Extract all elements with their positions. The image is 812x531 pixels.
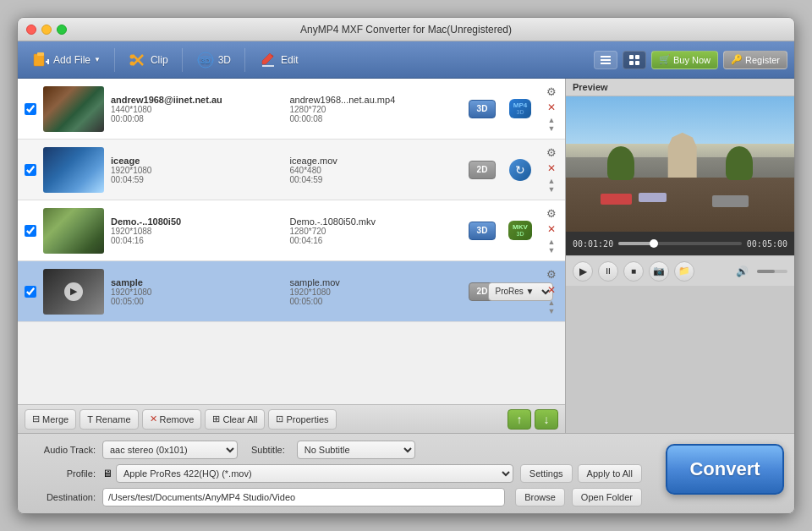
audio-track-select[interactable]: aac stereo (0x101)	[102, 441, 238, 459]
audio-track-row: Audio Track: aac stereo (0x101) Subtitle…	[28, 441, 642, 459]
preview-timeline: 00:01:20 00:05:00	[566, 232, 794, 255]
edit-button[interactable]: Edit	[252, 47, 305, 73]
add-file-label: Add File	[53, 54, 91, 66]
screenshot-button[interactable]: 📷	[649, 261, 669, 282]
settings-button[interactable]: Settings	[520, 464, 573, 483]
remove-x-icon: ✕	[150, 413, 157, 424]
car-middle	[639, 193, 666, 202]
settings-gear-icon-2[interactable]: ⚙	[545, 146, 558, 160]
file-dims-4: 1920*1080	[111, 287, 283, 297]
folder-button[interactable]: 📁	[674, 261, 694, 282]
move-up-icon-4[interactable]: ▲	[546, 298, 557, 307]
refresh-badge-2[interactable]: ↻	[508, 157, 533, 183]
move-down-icon-1[interactable]: ▼	[546, 124, 557, 133]
move-up-icon-1[interactable]: ▲	[546, 116, 557, 124]
file-name-1: andrew1968@iinet.net.au	[111, 95, 283, 105]
threed-icon: 3D	[196, 51, 215, 69]
move-down-icon-2[interactable]: ▼	[546, 185, 557, 194]
merge-button[interactable]: ⊟ Merge	[25, 409, 76, 430]
volume-slider[interactable]	[757, 270, 788, 273]
reorder-arrows-3: ▲ ▼	[546, 238, 557, 255]
close-button[interactable]	[26, 25, 36, 35]
output-time-3: 00:04:16	[290, 236, 463, 245]
file-time-1: 00:00:08	[111, 114, 283, 123]
remove-icon-1[interactable]: ✕	[545, 101, 558, 114]
threed-button[interactable]: 3D 3D	[189, 47, 238, 73]
minimize-button[interactable]	[41, 25, 52, 35]
clip-button[interactable]: Clip	[122, 47, 175, 73]
output-time-4: 00:05:00	[290, 297, 463, 306]
properties-button[interactable]: ⊡ Properties	[268, 409, 336, 430]
file-checkbox-4[interactable]	[25, 286, 36, 298]
remove-button[interactable]: ✕ Remove	[142, 409, 202, 430]
svg-rect-13	[629, 55, 634, 59]
buy-now-button[interactable]: 🛒 Buy Now	[651, 51, 718, 69]
output-time-2: 00:04:59	[290, 175, 463, 184]
clip-icon	[129, 51, 147, 69]
profile-buttons: Settings Apply to All	[520, 464, 642, 483]
pause-button[interactable]: ⏸	[598, 261, 618, 282]
preview-time-current: 00:01:20	[573, 239, 613, 249]
move-down-icon-3[interactable]: ▼	[546, 246, 557, 255]
browse-button[interactable]: Browse	[515, 488, 565, 506]
file-checkbox-2[interactable]	[25, 164, 36, 176]
maximize-button[interactable]	[57, 25, 67, 35]
clear-all-button[interactable]: ⊞ Clear All	[205, 409, 265, 430]
rename-button[interactable]: T Rename	[80, 409, 138, 430]
add-file-dropdown-icon[interactable]: ▼	[94, 56, 101, 63]
file-time-3: 00:04:16	[111, 236, 283, 245]
remove-icon-3[interactable]: ✕	[545, 222, 558, 236]
badge-3d-3[interactable]: 3D	[469, 222, 496, 240]
svg-point-4	[129, 61, 134, 65]
file-checkbox-1[interactable]	[25, 103, 36, 115]
move-down-button[interactable]: ↓	[535, 409, 558, 430]
file-checkbox-3[interactable]	[25, 225, 36, 237]
apply-to-all-button[interactable]: Apply to All	[578, 464, 642, 483]
preview-scene	[566, 96, 794, 232]
open-folder-button[interactable]: Open Folder	[572, 488, 642, 506]
destination-input[interactable]: /Users/test/Documents/AnyMP4 Studio/Vide…	[102, 488, 505, 506]
convert-button[interactable]: Convert	[666, 444, 784, 495]
preview-background	[566, 96, 794, 232]
play-button[interactable]: ▶	[573, 261, 593, 282]
register-label: Register	[745, 55, 780, 65]
output-name-4: sample.mov	[290, 277, 463, 287]
preview-time-total: 00:05:00	[747, 239, 787, 249]
timeline-bar[interactable]	[618, 242, 742, 245]
move-up-button[interactable]: ↑	[508, 409, 531, 430]
reorder-arrows-4: ▲ ▼	[546, 298, 557, 315]
table-row: ▶ sample 1920*1080 00:05:00 sample.mov 1…	[18, 261, 565, 322]
reorder-arrows-1: ▲ ▼	[546, 116, 557, 133]
profile-select[interactable]: Apple ProRes 422(HQ) (*.mov)	[116, 464, 513, 483]
remove-icon-4[interactable]: ✕	[545, 283, 558, 297]
settings-gear-icon-3[interactable]: ⚙	[545, 207, 558, 221]
bottom-panel: Audio Track: aac stereo (0x101) Subtitle…	[18, 433, 794, 513]
stop-button[interactable]: ■	[623, 261, 644, 282]
badge-2d-2[interactable]: 2D	[469, 161, 496, 179]
settings-gear-icon-4[interactable]: ⚙	[545, 268, 558, 282]
badge-3d-1[interactable]: 3D	[469, 100, 496, 118]
move-down-icon-4[interactable]: ▼	[546, 307, 557, 315]
list-view-button[interactable]	[594, 51, 617, 69]
register-button[interactable]: 🔑 Register	[723, 51, 787, 69]
file-thumbnail-3	[43, 208, 104, 254]
subtitle-select[interactable]: No Subtitle	[297, 441, 415, 459]
car-left	[601, 194, 633, 205]
file-actions-1: ⚙ ✕ ▲ ▼	[545, 85, 558, 133]
move-up-icon-3[interactable]: ▲	[546, 238, 557, 246]
properties-label: Properties	[286, 414, 328, 424]
file-output-1: andrew1968...net.au.mp4 1280*720 00:00:0…	[290, 95, 463, 123]
move-up-icon-2[interactable]: ▲	[546, 177, 557, 185]
file-output-2: iceage.mov 640*480 00:04:59	[290, 156, 463, 184]
grid-view-button[interactable]	[623, 51, 646, 69]
settings-gear-icon-1[interactable]: ⚙	[545, 85, 558, 99]
preview-area: Preview	[566, 79, 794, 433]
format-select-4[interactable]: ProRes ▼ MOV MP4	[488, 282, 553, 301]
output-name-2: iceage.mov	[290, 156, 463, 166]
add-file-button[interactable]: Add File ▼	[25, 47, 107, 73]
output-name-1: andrew1968...net.au.mp4	[290, 95, 463, 105]
format-badge-4: ProRes ▼ MOV MP4	[502, 278, 538, 305]
preview-label: Preview	[566, 79, 794, 96]
rename-label: Rename	[96, 414, 131, 424]
remove-icon-2[interactable]: ✕	[545, 161, 558, 175]
